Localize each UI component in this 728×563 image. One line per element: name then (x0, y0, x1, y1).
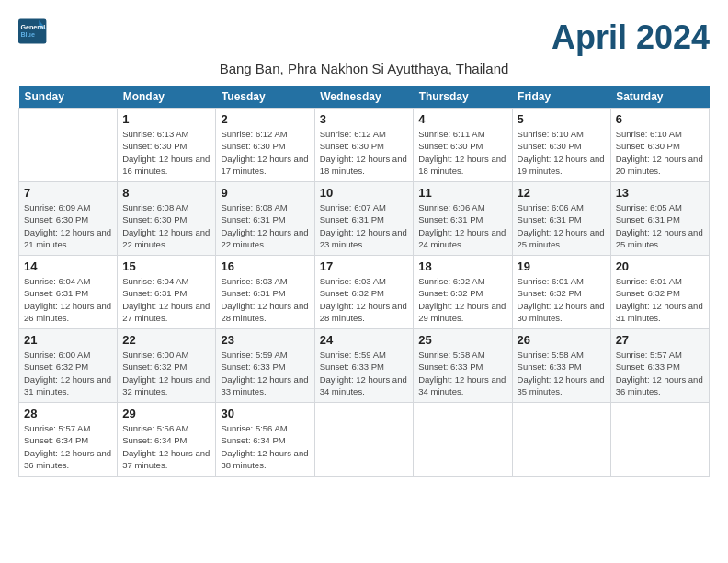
day-info: Sunrise: 6:04 AM Sunset: 6:31 PM Dayligh… (24, 275, 112, 324)
day-number: 14 (24, 259, 112, 273)
day-number: 23 (221, 333, 309, 347)
day-info: Sunrise: 6:01 AM Sunset: 6:32 PM Dayligh… (616, 275, 704, 324)
day-number: 25 (418, 333, 506, 347)
calendar-cell: 20Sunrise: 6:01 AM Sunset: 6:32 PM Dayli… (610, 256, 709, 329)
day-info: Sunrise: 6:12 AM Sunset: 6:30 PM Dayligh… (320, 128, 409, 177)
calendar-cell: 22Sunrise: 6:00 AM Sunset: 6:32 PM Dayli… (118, 329, 216, 403)
weekday-header-monday: Monday (118, 86, 216, 109)
calendar-cell: 9Sunrise: 6:08 AM Sunset: 6:31 PM Daylig… (216, 182, 314, 256)
week-row-3: 14Sunrise: 6:04 AM Sunset: 6:31 PM Dayli… (19, 256, 710, 329)
week-row-1: 1Sunrise: 6:13 AM Sunset: 6:30 PM Daylig… (19, 109, 710, 182)
day-info: Sunrise: 6:08 AM Sunset: 6:30 PM Dayligh… (122, 201, 210, 250)
day-number: 3 (320, 112, 409, 126)
month-year-title: April 2024 (552, 18, 710, 57)
calendar-cell: 30Sunrise: 5:56 AM Sunset: 6:34 PM Dayli… (216, 403, 314, 477)
day-number: 29 (122, 407, 210, 420)
calendar-cell: 16Sunrise: 6:03 AM Sunset: 6:31 PM Dayli… (216, 256, 314, 329)
week-row-2: 7Sunrise: 6:09 AM Sunset: 6:30 PM Daylig… (19, 182, 710, 256)
day-info: Sunrise: 5:57 AM Sunset: 6:33 PM Dayligh… (616, 349, 704, 397)
day-info: Sunrise: 6:12 AM Sunset: 6:30 PM Dayligh… (221, 128, 309, 177)
day-number: 12 (518, 186, 606, 200)
calendar-cell: 3Sunrise: 6:12 AM Sunset: 6:30 PM Daylig… (314, 109, 414, 182)
page-container: General Blue April 2024 Bang Ban, Phra N… (18, 18, 710, 477)
calendar-cell: 11Sunrise: 6:06 AM Sunset: 6:31 PM Dayli… (414, 182, 512, 256)
day-number: 6 (616, 112, 704, 126)
day-info: Sunrise: 6:07 AM Sunset: 6:31 PM Dayligh… (320, 201, 409, 250)
calendar-cell: 12Sunrise: 6:06 AM Sunset: 6:31 PM Dayli… (512, 182, 610, 256)
day-info: Sunrise: 6:03 AM Sunset: 6:31 PM Dayligh… (221, 275, 309, 324)
calendar-cell (512, 403, 610, 477)
day-number: 2 (221, 112, 309, 126)
day-info: Sunrise: 6:06 AM Sunset: 6:31 PM Dayligh… (518, 201, 606, 250)
day-number: 9 (221, 186, 309, 200)
day-number: 4 (418, 112, 506, 126)
calendar-cell: 29Sunrise: 5:56 AM Sunset: 6:34 PM Dayli… (118, 403, 216, 477)
day-info: Sunrise: 6:01 AM Sunset: 6:32 PM Dayligh… (518, 275, 606, 324)
weekday-header-wednesday: Wednesday (314, 86, 414, 109)
week-row-4: 21Sunrise: 6:00 AM Sunset: 6:32 PM Dayli… (19, 329, 710, 403)
header: General Blue April 2024 (18, 18, 710, 57)
day-info: Sunrise: 6:09 AM Sunset: 6:30 PM Dayligh… (24, 201, 112, 250)
day-info: Sunrise: 6:08 AM Sunset: 6:31 PM Dayligh… (221, 201, 309, 250)
day-info: Sunrise: 6:06 AM Sunset: 6:31 PM Dayligh… (418, 201, 506, 250)
day-number: 19 (518, 259, 606, 273)
day-number: 18 (418, 259, 506, 273)
calendar-cell: 2Sunrise: 6:12 AM Sunset: 6:30 PM Daylig… (216, 109, 314, 182)
logo-area: General Blue (18, 18, 50, 44)
day-info: Sunrise: 6:00 AM Sunset: 6:32 PM Dayligh… (122, 349, 210, 397)
day-info: Sunrise: 5:59 AM Sunset: 6:33 PM Dayligh… (320, 349, 409, 397)
day-info: Sunrise: 6:11 AM Sunset: 6:30 PM Dayligh… (418, 128, 506, 177)
day-number: 22 (122, 333, 210, 347)
calendar-table: SundayMondayTuesdayWednesdayThursdayFrid… (18, 86, 710, 477)
calendar-cell: 18Sunrise: 6:02 AM Sunset: 6:32 PM Dayli… (414, 256, 512, 329)
svg-text:Blue: Blue (20, 30, 35, 39)
weekday-header-tuesday: Tuesday (216, 86, 314, 109)
calendar-cell: 17Sunrise: 6:03 AM Sunset: 6:32 PM Dayli… (314, 256, 414, 329)
day-info: Sunrise: 5:58 AM Sunset: 6:33 PM Dayligh… (418, 349, 506, 397)
day-info: Sunrise: 6:10 AM Sunset: 6:30 PM Dayligh… (518, 128, 606, 177)
day-number: 26 (518, 333, 606, 347)
day-number: 15 (122, 259, 210, 273)
day-number: 27 (616, 333, 704, 347)
calendar-cell: 8Sunrise: 6:08 AM Sunset: 6:30 PM Daylig… (118, 182, 216, 256)
day-info: Sunrise: 6:03 AM Sunset: 6:32 PM Dayligh… (320, 275, 409, 324)
day-number: 7 (24, 186, 112, 200)
day-number: 10 (320, 186, 409, 200)
calendar-cell: 5Sunrise: 6:10 AM Sunset: 6:30 PM Daylig… (512, 109, 610, 182)
day-number: 5 (518, 112, 606, 126)
calendar-cell: 13Sunrise: 6:05 AM Sunset: 6:31 PM Dayli… (610, 182, 709, 256)
calendar-cell (314, 403, 414, 477)
weekday-header-saturday: Saturday (610, 86, 709, 109)
day-number: 30 (221, 407, 309, 420)
day-number: 17 (320, 259, 409, 273)
day-number: 24 (320, 333, 409, 347)
day-number: 11 (418, 186, 506, 200)
logo-icon: General Blue (18, 18, 48, 44)
calendar-cell (414, 403, 512, 477)
day-info: Sunrise: 5:56 AM Sunset: 6:34 PM Dayligh… (221, 422, 309, 471)
day-info: Sunrise: 6:05 AM Sunset: 6:31 PM Dayligh… (616, 201, 704, 250)
location-title: Bang Ban, Phra Nakhon Si Ayutthaya, Thai… (18, 61, 710, 76)
calendar-cell: 15Sunrise: 6:04 AM Sunset: 6:31 PM Dayli… (118, 256, 216, 329)
day-number: 21 (24, 333, 112, 347)
day-number: 16 (221, 259, 309, 273)
day-info: Sunrise: 5:59 AM Sunset: 6:33 PM Dayligh… (221, 349, 309, 397)
day-info: Sunrise: 6:10 AM Sunset: 6:30 PM Dayligh… (616, 128, 704, 177)
weekday-header-friday: Friday (512, 86, 610, 109)
day-info: Sunrise: 6:04 AM Sunset: 6:31 PM Dayligh… (122, 275, 210, 324)
calendar-cell: 21Sunrise: 6:00 AM Sunset: 6:32 PM Dayli… (19, 329, 118, 403)
day-info: Sunrise: 5:56 AM Sunset: 6:34 PM Dayligh… (122, 422, 210, 471)
day-info: Sunrise: 6:02 AM Sunset: 6:32 PM Dayligh… (418, 275, 506, 324)
day-info: Sunrise: 6:13 AM Sunset: 6:30 PM Dayligh… (122, 128, 210, 177)
day-info: Sunrise: 5:58 AM Sunset: 6:33 PM Dayligh… (518, 349, 606, 397)
day-number: 20 (616, 259, 704, 273)
day-info: Sunrise: 5:57 AM Sunset: 6:34 PM Dayligh… (24, 422, 112, 471)
calendar-cell: 4Sunrise: 6:11 AM Sunset: 6:30 PM Daylig… (414, 109, 512, 182)
week-row-5: 28Sunrise: 5:57 AM Sunset: 6:34 PM Dayli… (19, 403, 710, 477)
calendar-cell (19, 109, 118, 182)
calendar-cell: 28Sunrise: 5:57 AM Sunset: 6:34 PM Dayli… (19, 403, 118, 477)
day-number: 8 (122, 186, 210, 200)
calendar-cell (610, 403, 709, 477)
calendar-cell: 10Sunrise: 6:07 AM Sunset: 6:31 PM Dayli… (314, 182, 414, 256)
svg-text:General: General (20, 23, 45, 31)
